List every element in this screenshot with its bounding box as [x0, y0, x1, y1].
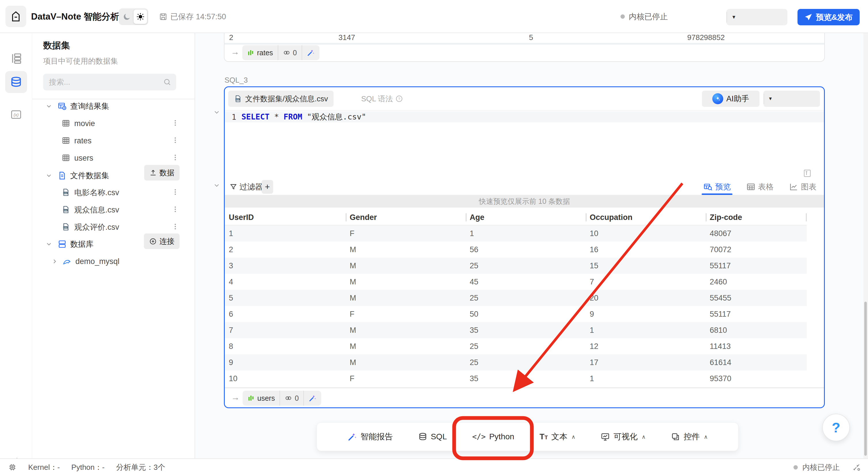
sidebar-item-rates[interactable]: rates [32, 132, 195, 149]
result-table: UserID Gender Age Occupation Zip-code 1F… [225, 209, 807, 387]
sql-syntax-label: SQL 语法 [361, 94, 393, 104]
dark-mode-segment[interactable] [120, 9, 133, 24]
tab-preview[interactable]: 预览 [703, 180, 731, 194]
theme-toggle[interactable] [119, 8, 148, 25]
chip-dataset-segment[interactable]: rates [242, 45, 278, 60]
table-row[interactable]: 10F35195370 [225, 370, 807, 387]
sql-cell[interactable]: CSV 文件数据集/观众信息.csv SQL 语法 ? AI助手 [224, 86, 825, 408]
kebab-menu-icon[interactable] [172, 223, 179, 230]
column-header[interactable]: Age [466, 209, 586, 226]
source-selector[interactable]: CSV 文件数据集/观众信息.csv [228, 91, 334, 107]
kebab-menu-icon[interactable] [172, 154, 179, 161]
column-header[interactable]: Zip-code [706, 209, 807, 226]
chevron-right-icon[interactable] [51, 258, 58, 265]
kebab-menu-icon[interactable] [172, 137, 179, 144]
toolbar-visualization[interactable]: 可视化 ∧ [588, 431, 658, 442]
table-row[interactable]: 1F11048067 [225, 226, 807, 241]
toolbar-python[interactable]: </> Python [460, 432, 527, 441]
chip-magic-wand[interactable] [302, 45, 319, 60]
table-row[interactable]: 3M251555117 [225, 258, 807, 274]
code-editor-line[interactable]: 1 SELECT * FROM "观众信息.csv" [225, 111, 824, 122]
tab-chart[interactable]: 图表 [789, 180, 816, 194]
sidebar-group-file-datasets[interactable]: 文件数据集 数据 [32, 167, 195, 184]
sidebar-group-query-results[interactable]: 查询结果集 [32, 98, 195, 115]
run-cell-dropdown[interactable]: ▼ [764, 96, 777, 101]
tools-icon[interactable] [852, 463, 861, 472]
table-row[interactable]: 4M4572460 [225, 274, 807, 290]
cell: 95370 [706, 370, 807, 387]
sidebar-item-audience-rating-csv[interactable]: CSV 观众评价.csv [32, 219, 195, 236]
collapse-result-chevron[interactable] [213, 182, 220, 189]
preview-tab-icon [703, 182, 713, 191]
sidebar-item-movie[interactable]: movie [32, 115, 195, 132]
run-all-button[interactable]: 运行全部 ▼ [726, 9, 787, 25]
toolbar-text[interactable]: TT 文本 ∧ [527, 431, 588, 442]
chip-link-segment[interactable]: 0 [278, 45, 302, 60]
sidebar-item-demo-mysql[interactable]: demo_mysql [32, 253, 195, 270]
column-header[interactable]: Occupation [586, 209, 706, 226]
function-panel-button[interactable]: (x) [5, 103, 27, 125]
search-input[interactable] [49, 74, 158, 90]
light-mode-segment[interactable] [133, 9, 147, 24]
column-end-divider [806, 213, 807, 221]
scrollbar-thumb[interactable] [864, 302, 867, 456]
search-box[interactable] [43, 74, 176, 90]
dataset-chip[interactable]: users 0 [243, 391, 321, 406]
chevron-down-icon[interactable] [45, 241, 52, 247]
filter-button[interactable]: 过滤器 [229, 180, 263, 194]
sidebar-group-databases[interactable]: 数据库 连接 [32, 236, 195, 253]
toolbar-smart-report[interactable]: 智能报告 [335, 431, 405, 442]
upload-data-button[interactable]: 数据 [144, 165, 180, 180]
dataset-chip[interactable]: rates 0 [242, 45, 319, 60]
table-row[interactable]: 7M3516810 [225, 322, 807, 338]
table-row[interactable]: 9M251761614 [225, 354, 807, 370]
panel-layout-icon[interactable] [803, 169, 812, 178]
run-cell-button[interactable]: 运行 ▼ [764, 91, 820, 107]
collapse-code-chevron[interactable] [213, 109, 220, 116]
run-all-dropdown[interactable]: ▼ [727, 14, 741, 20]
column-header[interactable]: UserID [225, 209, 346, 226]
help-circle-icon[interactable]: ? [395, 95, 403, 103]
add-filter-button[interactable]: + [261, 180, 273, 194]
dataset-sidebar: 数据集 项目中可使用的数据集 查询结果集 movie [32, 33, 195, 458]
cell: 50 [466, 306, 586, 322]
cell-value: 3147 [338, 32, 355, 42]
chip-magic-wand[interactable] [304, 391, 321, 406]
chip-link-segment[interactable]: 0 [280, 391, 303, 406]
dataset-panel-button[interactable] [5, 71, 27, 93]
toolbar-widgets[interactable]: 控件 ∧ [658, 431, 720, 442]
sidebar-item-users[interactable]: users [32, 150, 195, 167]
chevron-down-icon[interactable] [45, 103, 52, 110]
sidebar-item-audience-info-csv[interactable]: CSV 观众信息.csv [32, 202, 195, 218]
toolbar-sql[interactable]: SQL [405, 432, 460, 441]
chevron-up-icon: ∧ [571, 434, 576, 440]
outline-panel-button[interactable] [5, 48, 27, 69]
home-button[interactable] [5, 6, 26, 27]
connect-database-button[interactable]: 连接 [144, 234, 180, 249]
table-row[interactable]: 5M252055455 [225, 290, 807, 306]
chevron-down-icon[interactable] [45, 172, 52, 179]
toolbar-item-label: SQL [431, 432, 447, 441]
column-header[interactable]: Gender [346, 209, 466, 226]
csv-file-icon: CSV [62, 222, 70, 231]
cell: 12 [586, 338, 706, 354]
text-icon: TT [539, 432, 548, 441]
svg-text:CSV: CSV [64, 227, 67, 229]
tab-table[interactable]: 表格 [746, 180, 774, 194]
kebab-menu-icon[interactable] [172, 206, 179, 213]
app-title: DataV–Note 智能分析 [31, 0, 119, 33]
kebab-menu-icon[interactable] [172, 188, 179, 196]
table-row[interactable]: 8M251211413 [225, 338, 807, 354]
csv-file-icon: CSV [234, 95, 242, 103]
publish-button[interactable]: 预览&发布 [798, 9, 860, 25]
table-row[interactable]: 2M561670072 [225, 241, 807, 258]
sidebar-item-movie-names-csv[interactable]: CSV 电影名称.csv [32, 184, 195, 201]
kernel-status-text: 内核已停止 [629, 11, 668, 22]
sql-text: * [270, 112, 284, 121]
ai-assistant-button[interactable]: AI助手 [702, 91, 760, 107]
help-button[interactable]: ? [822, 414, 850, 441]
cell-value: 5 [529, 32, 533, 42]
kebab-menu-icon[interactable] [172, 119, 179, 127]
table-row[interactable]: 6F50955117 [225, 306, 807, 322]
chip-dataset-segment[interactable]: users [243, 391, 279, 406]
